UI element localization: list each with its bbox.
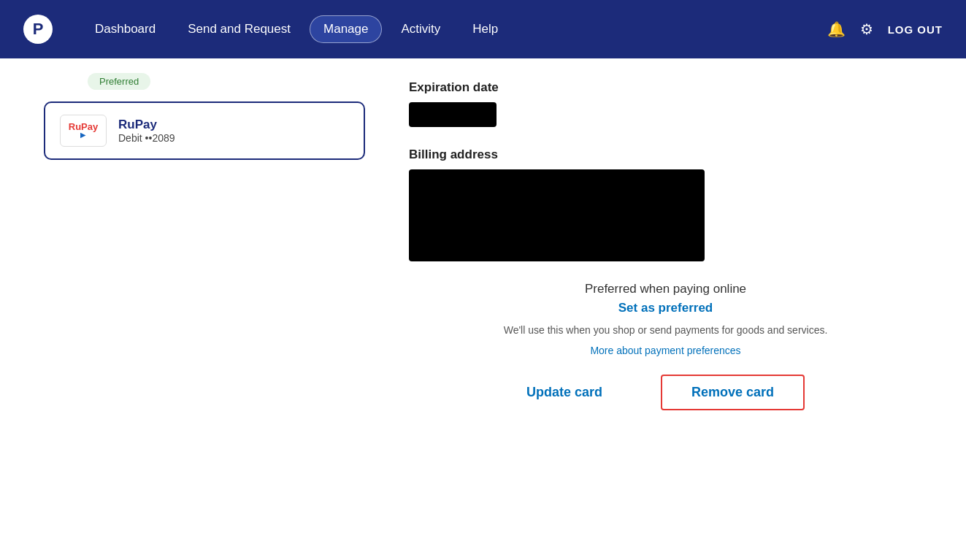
gear-icon[interactable]: ⚙ — [860, 20, 873, 38]
preferred-title: Preferred when paying online — [409, 282, 922, 296]
more-payment-preferences-link[interactable]: More about payment preferences — [590, 345, 740, 356]
left-panel: Preferred RuPay ▶ RuPay Debit ••2089 — [44, 73, 365, 410]
card-name: RuPay — [118, 118, 175, 132]
rupay-text: RuPay — [69, 122, 98, 132]
right-panel: Expiration date Billing address Preferre… — [409, 73, 922, 410]
billing-label: Billing address — [409, 147, 922, 162]
card-info: RuPay Debit ••2089 — [118, 118, 175, 144]
expiry-value — [409, 102, 497, 127]
nav-help[interactable]: Help — [459, 16, 511, 42]
nav-activity[interactable]: Activity — [388, 16, 453, 42]
paypal-logo[interactable]: P — [23, 15, 53, 44]
card-item[interactable]: RuPay ▶ RuPay Debit ••2089 — [44, 101, 365, 160]
actions-row: Update card Remove card — [409, 375, 922, 410]
update-card-button[interactable]: Update card — [526, 385, 602, 400]
card-logo-box: RuPay ▶ — [60, 115, 107, 147]
expiry-label: Expiration date — [409, 80, 922, 95]
preferred-section: Preferred when paying online Set as pref… — [409, 282, 922, 357]
billing-address-value — [409, 169, 705, 261]
nav-right: 🔔 ⚙ LOG OUT — [827, 20, 943, 38]
logo-letter: P — [33, 20, 44, 39]
remove-card-button[interactable]: Remove card — [661, 375, 805, 410]
nav-manage[interactable]: Manage — [310, 15, 382, 43]
logout-button[interactable]: LOG OUT — [888, 23, 943, 36]
preferred-desc: We'll use this when you shop or send pay… — [409, 323, 922, 338]
preferred-badge: Preferred — [88, 73, 150, 90]
nav-links: Dashboard Send and Request Manage Activi… — [82, 15, 827, 43]
bell-icon[interactable]: 🔔 — [827, 20, 846, 38]
rupay-sub: ▶ — [80, 132, 86, 139]
set-preferred-link[interactable]: Set as preferred — [409, 301, 922, 315]
rupay-logo: RuPay ▶ — [69, 122, 98, 139]
card-type: Debit ••2089 — [118, 132, 175, 144]
nav-send-request[interactable]: Send and Request — [175, 16, 304, 42]
nav-dashboard[interactable]: Dashboard — [82, 16, 169, 42]
page-content: Preferred RuPay ▶ RuPay Debit ••2089 Exp… — [0, 58, 966, 410]
navbar: P Dashboard Send and Request Manage Acti… — [0, 0, 966, 58]
